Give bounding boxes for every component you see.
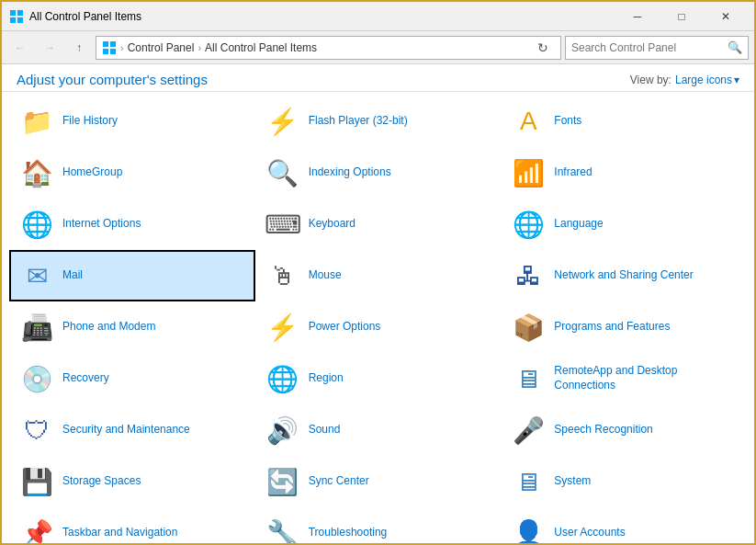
item-icon-security: 🛡: [18, 412, 55, 448]
item-user-accounts[interactable]: 👤User Accounts: [501, 507, 747, 545]
item-icon-taskbar: 📌: [18, 515, 55, 545]
item-region[interactable]: 🌐Region: [255, 353, 502, 404]
address-bar[interactable]: › Control Panel › All Control Panel Item…: [96, 36, 561, 60]
svg-rect-5: [110, 41, 116, 47]
item-label-power-options: Power Options: [309, 320, 381, 335]
search-input[interactable]: [571, 41, 728, 54]
item-sound[interactable]: 🔊Sound: [255, 404, 502, 456]
item-icon-mail: ✉: [18, 257, 55, 294]
item-label-storage: Storage Spaces: [62, 474, 141, 489]
item-icon-programs: 📦: [510, 309, 547, 346]
item-recovery[interactable]: 💿Recovery: [9, 353, 255, 404]
close-button[interactable]: ✕: [705, 2, 747, 31]
item-icon-indexing: 🔍: [265, 154, 301, 191]
item-keyboard[interactable]: ⌨Keyboard: [255, 199, 502, 250]
items-grid: 📁File History⚡Flash Player (32-bit)AFont…: [2, 96, 754, 545]
item-icon-homegroup: 🏠: [18, 154, 55, 191]
item-indexing[interactable]: 🔍Indexing Options: [255, 147, 502, 199]
item-sync[interactable]: 🔄Sync Center: [255, 456, 502, 507]
search-box[interactable]: 🔍: [565, 36, 749, 60]
svg-rect-3: [17, 17, 23, 23]
item-label-sync: Sync Center: [309, 474, 369, 489]
item-icon-flash-player: ⚡: [265, 103, 301, 140]
item-icon-troubleshoot: 🔧: [265, 515, 301, 545]
titlebar-title: All Control Panel Items: [29, 10, 616, 23]
item-flash-player[interactable]: ⚡Flash Player (32-bit): [255, 96, 502, 147]
svg-rect-6: [103, 49, 108, 54]
svg-rect-7: [110, 49, 116, 54]
item-mouse[interactable]: 🖱Mouse: [255, 250, 502, 301]
navbar: ← → ↑ › Control Panel › All Control Pane…: [2, 31, 754, 64]
viewby-control: View by: Large icons ▾: [630, 74, 739, 86]
item-storage[interactable]: 💾Storage Spaces: [9, 456, 255, 507]
item-icon-speech: 🎤: [510, 412, 547, 448]
item-label-mouse: Mouse: [309, 268, 342, 283]
svg-rect-4: [103, 41, 108, 47]
item-label-sound: Sound: [309, 423, 341, 437]
item-mail[interactable]: ✉Mail: [9, 250, 255, 301]
item-taskbar[interactable]: 📌Taskbar and Navigation: [9, 507, 255, 545]
item-icon-mouse: 🖱: [265, 257, 301, 294]
item-file-history[interactable]: 📁File History: [9, 96, 255, 147]
item-label-internet-options: Internet Options: [62, 217, 141, 232]
item-label-system: System: [554, 474, 591, 489]
item-label-network: Network and Sharing Center: [554, 268, 693, 283]
forward-button[interactable]: →: [37, 35, 62, 61]
item-speech[interactable]: 🎤Speech Recognition: [501, 404, 747, 456]
item-label-flash-player: Flash Player (32-bit): [309, 114, 408, 129]
item-label-keyboard: Keyboard: [309, 217, 355, 232]
breadcrumb-control-panel[interactable]: Control Panel: [128, 41, 195, 54]
breadcrumb-all-items[interactable]: All Control Panel Items: [205, 41, 317, 54]
item-icon-recovery: 💿: [18, 360, 55, 397]
viewby-dropdown[interactable]: Large icons ▾: [675, 74, 739, 86]
viewby-arrow-icon: ▾: [734, 74, 739, 86]
up-button[interactable]: ↑: [66, 35, 92, 61]
item-homegroup[interactable]: 🏠HomeGroup: [9, 147, 255, 199]
item-icon-sound: 🔊: [265, 412, 301, 448]
maximize-button[interactable]: □: [660, 2, 703, 31]
item-troubleshoot[interactable]: 🔧Troubleshooting: [255, 507, 502, 545]
refresh-button[interactable]: ↻: [531, 36, 555, 60]
svg-rect-1: [17, 10, 23, 16]
item-phone-modem[interactable]: 📠Phone and Modem: [9, 301, 255, 353]
item-icon-power-options: ⚡: [265, 309, 301, 346]
item-icon-keyboard: ⌨: [265, 206, 301, 243]
item-label-infrared: Infrared: [554, 165, 592, 180]
viewby-value-text: Large icons: [675, 74, 732, 86]
item-system[interactable]: 🖥System: [501, 456, 747, 507]
item-security[interactable]: 🛡Security and Maintenance: [9, 404, 255, 456]
item-icon-storage: 💾: [18, 463, 55, 500]
viewby-label: View by:: [630, 74, 671, 86]
page-title: Adjust your computer's settings: [17, 72, 208, 87]
breadcrumb-separator-1: ›: [120, 42, 124, 53]
items-container: 📁File History⚡Flash Player (32-bit)AFont…: [2, 91, 754, 545]
item-network[interactable]: 🖧Network and Sharing Center: [501, 250, 747, 301]
item-label-language: Language: [554, 217, 603, 232]
titlebar-controls: ─ □ ✕: [616, 2, 747, 31]
item-label-file-history: File History: [62, 114, 118, 129]
search-icon[interactable]: 🔍: [728, 40, 742, 54]
item-label-recovery: Recovery: [62, 371, 109, 386]
address-icon: [102, 40, 117, 55]
titlebar: All Control Panel Items ─ □ ✕: [2, 2, 754, 31]
svg-rect-0: [10, 10, 16, 16]
item-label-taskbar: Taskbar and Navigation: [62, 526, 177, 540]
item-power-options[interactable]: ⚡Power Options: [255, 301, 502, 353]
item-label-troubleshoot: Troubleshooting: [309, 526, 388, 540]
item-icon-internet-options: 🌐: [18, 206, 55, 243]
back-button[interactable]: ←: [7, 35, 33, 61]
item-icon-network: 🖧: [510, 257, 547, 294]
item-label-programs: Programs and Features: [554, 320, 670, 335]
item-icon-phone-modem: 📠: [18, 309, 55, 346]
item-label-speech: Speech Recognition: [554, 423, 652, 437]
item-label-user-accounts: User Accounts: [554, 526, 625, 540]
item-internet-options[interactable]: 🌐Internet Options: [9, 199, 255, 250]
breadcrumb-separator-2: ›: [197, 42, 201, 53]
item-infrared[interactable]: 📶Infrared: [501, 147, 747, 199]
item-label-homegroup: HomeGroup: [62, 165, 122, 180]
item-language[interactable]: 🌐Language: [501, 199, 747, 250]
item-programs[interactable]: 📦Programs and Features: [501, 301, 747, 353]
minimize-button[interactable]: ─: [616, 2, 659, 31]
item-remoteapp[interactable]: 🖥RemoteApp and Desktop Connections: [501, 353, 747, 404]
item-fonts[interactable]: AFonts: [501, 96, 747, 147]
